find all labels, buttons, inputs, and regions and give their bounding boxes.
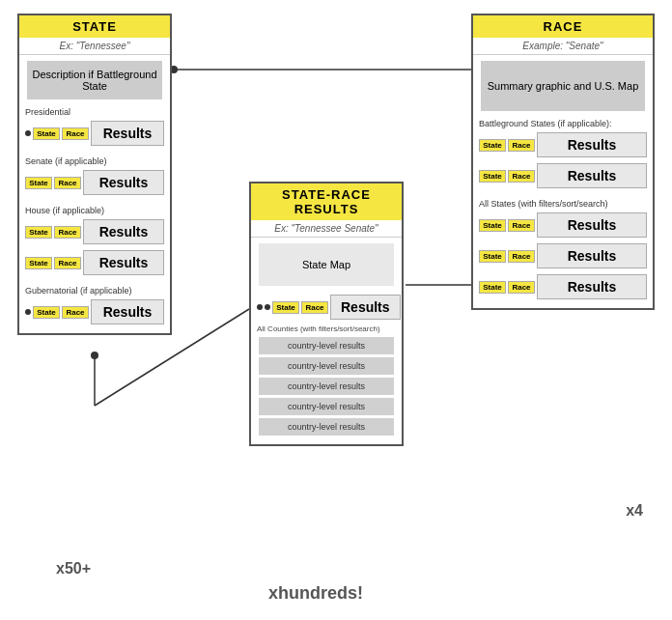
- senate-results: Results: [83, 170, 164, 195]
- statemap-box: State Map: [259, 243, 394, 286]
- allstates-results-3: Results: [537, 274, 647, 299]
- allstates-state-3: State: [479, 281, 506, 294]
- allstates-row-1: State Race Results: [473, 210, 653, 240]
- county-row-5: country-level results: [259, 418, 394, 436]
- race-multiplier: x4: [626, 502, 643, 520]
- state-panel-example: Ex: "Tennessee": [19, 38, 170, 55]
- allstates-row-3: State Race Results: [473, 271, 653, 302]
- presidential-state-tag: State: [33, 127, 60, 140]
- staterace-result-row: State Race Results: [251, 292, 402, 323]
- battleground-race-1: Race: [508, 139, 535, 152]
- gubernatorial-label: Gubernatorial (if applicable): [19, 284, 170, 296]
- state-description-box: Description if Battleground State: [27, 61, 162, 99]
- staterace-dot-1: [257, 304, 263, 310]
- race-panel-header: RACE: [473, 15, 653, 38]
- county-row-4: country-level results: [259, 398, 394, 415]
- battleground-row-2: State Race Results: [473, 160, 653, 191]
- allstates-race-3: Race: [508, 281, 535, 294]
- race-panel: RACE Example: "Senate" Summary graphic a…: [471, 14, 655, 310]
- allstates-results-1: Results: [537, 212, 647, 238]
- allstates-label: All States (with filters/sort/search): [473, 197, 653, 210]
- presidential-row: State Race Results: [19, 118, 170, 149]
- staterace-race-tag: Race: [301, 301, 328, 314]
- house-race-tag-2: Race: [54, 257, 81, 269]
- staterace-dot-2: [265, 304, 270, 310]
- house-results-2: Results: [83, 250, 164, 275]
- house-state-tag-2: State: [25, 257, 52, 269]
- senate-row: State Race Results: [19, 167, 170, 198]
- race-summary-box: Summary graphic and U.S. Map: [481, 61, 645, 111]
- staterace-state-tag: State: [272, 301, 299, 314]
- presidential-results: Results: [91, 121, 164, 146]
- state-multiplier: x50+: [56, 560, 91, 578]
- allstates-state-1: State: [479, 219, 506, 232]
- gubernatorial-row: State Race Results: [19, 296, 170, 327]
- diagram-container: STATE Ex: "Tennessee" Description if Bat…: [0, 0, 672, 620]
- staterace-multiplier: xhundreds!: [268, 583, 363, 604]
- house-race-tag-1: Race: [54, 226, 81, 239]
- battleground-results-1: Results: [537, 132, 647, 157]
- state-panel-header: STATE: [19, 15, 170, 38]
- staterace-panel: STATE-RACE RESULTS Ex: "Tennessee Senate…: [249, 182, 404, 446]
- presidential-label: Presidential: [19, 105, 170, 118]
- allstates-row-2: State Race Results: [473, 240, 653, 271]
- svg-point-7: [91, 352, 98, 359]
- house-state-tag-1: State: [25, 226, 52, 239]
- presidential-dot: [25, 130, 31, 136]
- house-results-1: Results: [83, 219, 164, 244]
- gubernatorial-race-tag: Race: [62, 306, 89, 319]
- house-row-1: State Race Results: [19, 216, 170, 247]
- house-label: House (if applicable): [19, 204, 170, 216]
- battleground-state-1: State: [479, 139, 506, 152]
- race-panel-example: Example: "Senate": [473, 38, 653, 55]
- allstates-results-2: Results: [537, 243, 647, 268]
- county-row-1: country-level results: [259, 337, 394, 354]
- staterace-example: Ex: "Tennessee Senate": [251, 220, 402, 238]
- battleground-results-2: Results: [537, 163, 647, 188]
- gubernatorial-results: Results: [91, 299, 164, 324]
- county-row-3: country-level results: [259, 378, 394, 395]
- gubernatorial-state-tag: State: [33, 306, 60, 319]
- county-section-label: All Counties (with filters/sort/search): [251, 323, 402, 334]
- battleground-label: Battleground States (if applicable):: [473, 117, 653, 129]
- state-panel: STATE Ex: "Tennessee" Description if Bat…: [17, 14, 172, 335]
- senate-race-tag: Race: [54, 177, 81, 189]
- house-row-2: State Race Results: [19, 247, 170, 278]
- staterace-header: STATE-RACE RESULTS: [251, 183, 402, 220]
- battleground-state-2: State: [479, 170, 506, 183]
- allstates-race-1: Race: [508, 219, 535, 232]
- battleground-race-2: Race: [508, 170, 535, 183]
- senate-label: Senate (if applicable): [19, 155, 170, 167]
- allstates-state-2: State: [479, 250, 506, 263]
- county-row-2: country-level results: [259, 357, 394, 375]
- allstates-race-2: Race: [508, 250, 535, 263]
- gubernatorial-dot: [25, 309, 31, 315]
- presidential-race-tag: Race: [62, 127, 89, 140]
- staterace-results: Results: [330, 295, 401, 320]
- senate-state-tag: State: [25, 177, 52, 189]
- battleground-row-1: State Race Results: [473, 129, 653, 160]
